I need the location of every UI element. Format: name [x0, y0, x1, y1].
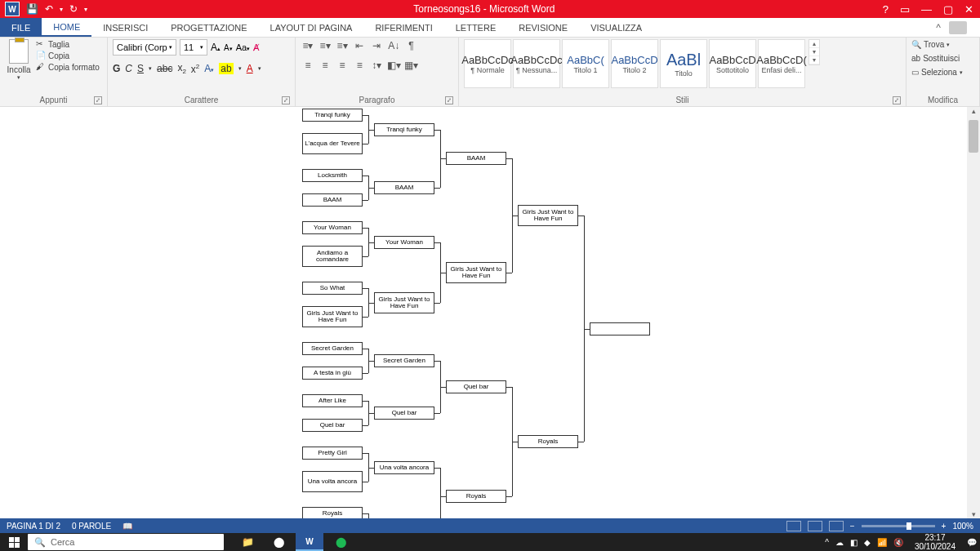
word-taskbar-icon[interactable]: W — [296, 533, 323, 551]
tray-chevron-icon[interactable]: ^ — [825, 538, 829, 547]
tab-file[interactable]: FILE — [0, 18, 42, 37]
page-indicator[interactable]: PAGINA 1 DI 2 — [7, 522, 60, 531]
style-item[interactable]: AaBbCcDc¶ Nessuna... — [513, 39, 560, 88]
undo-more-icon[interactable]: ▾ — [60, 6, 63, 13]
save-icon[interactable]: 💾 — [26, 3, 38, 15]
numbering-icon[interactable]: ≡▾ — [318, 39, 332, 52]
style-item[interactable]: AaBbCcDSottotitolo — [709, 39, 756, 88]
tab-view[interactable]: VISUALIZZA — [579, 18, 653, 37]
start-button[interactable] — [0, 537, 28, 548]
qat-customize-icon[interactable]: ▾ — [84, 6, 87, 13]
select-button[interactable]: ▭Seleziona ▾ — [911, 67, 963, 78]
format-painter-button[interactable]: 🖌Copia formato — [36, 62, 100, 72]
tab-references[interactable]: RIFERIMENTI — [363, 18, 443, 37]
find-button[interactable]: 🔍Trova ▾ — [911, 39, 950, 50]
clear-format-icon[interactable]: A̸ — [253, 42, 260, 53]
help-icon[interactable]: ? — [883, 3, 889, 16]
font-size-select[interactable]: 11▾ — [180, 39, 207, 56]
change-case-icon[interactable]: Aa▾ — [236, 42, 250, 52]
zoom-level[interactable]: 100% — [952, 522, 973, 531]
proofing-icon[interactable]: 📖 — [122, 522, 132, 531]
read-mode-icon[interactable] — [786, 521, 801, 531]
taskbar-search[interactable]: 🔍Cerca — [28, 534, 224, 550]
scroll-thumb[interactable] — [969, 120, 978, 153]
font-color-dropdown-icon[interactable]: ▾ — [258, 65, 261, 72]
vertical-scrollbar[interactable]: ▴ ▾ — [967, 107, 980, 522]
underline-button[interactable]: S — [137, 63, 144, 74]
zoom-in-icon[interactable]: + — [942, 522, 947, 531]
tab-home[interactable]: HOME — [42, 18, 91, 37]
undo-icon[interactable]: ↶ — [45, 3, 53, 15]
chrome-icon[interactable]: ⬤ — [265, 533, 292, 551]
zoom-out-icon[interactable]: − — [850, 522, 855, 531]
font-color-icon[interactable]: A — [247, 63, 253, 74]
superscript-button[interactable]: x2 — [191, 63, 199, 75]
wifi-icon[interactable]: 📶 — [877, 538, 887, 547]
tab-insert[interactable]: INSERISCI — [91, 18, 159, 37]
highlight-dropdown-icon[interactable]: ▾ — [238, 65, 242, 72]
tab-review[interactable]: REVISIONE — [507, 18, 579, 37]
tray-app-icon[interactable]: ◧ — [850, 538, 858, 547]
strike-button[interactable]: abc — [157, 63, 172, 74]
page[interactable]: Tranqi funkyL'acqua der TevereLocksmithB… — [106, 107, 874, 522]
scroll-up-icon[interactable]: ▴ — [967, 107, 980, 118]
bullets-icon[interactable]: ≡▾ — [301, 39, 315, 52]
style-item[interactable]: AaBbCcDc¶ Normale — [464, 39, 511, 88]
close-icon[interactable]: ✕ — [964, 3, 973, 16]
italic-button[interactable]: C — [125, 63, 132, 74]
ribbon-options-icon[interactable]: ▭ — [900, 3, 910, 16]
style-item[interactable]: AaBbCcDTitolo 2 — [611, 39, 658, 88]
justify-icon[interactable]: ≡ — [352, 59, 367, 72]
style-item[interactable]: AaBlTitolo — [660, 39, 707, 88]
sort-icon[interactable]: A↓ — [386, 39, 401, 52]
paragraph-dialog-icon[interactable]: ⤢ — [445, 96, 453, 104]
copy-button[interactable]: 📄Copia — [36, 51, 100, 60]
notifications-icon[interactable]: 💬 — [967, 538, 977, 547]
styles-dialog-icon[interactable]: ⤢ — [893, 96, 901, 104]
clipboard-dialog-icon[interactable]: ⤢ — [94, 96, 102, 104]
clock[interactable]: 23:17 30/10/2024 — [910, 533, 960, 551]
account-icon[interactable] — [949, 21, 967, 34]
multilevel-icon[interactable]: ≡▾ — [335, 39, 350, 52]
tray-app2-icon[interactable]: ◆ — [864, 538, 871, 547]
show-marks-icon[interactable]: ¶ — [403, 39, 418, 52]
font-dialog-icon[interactable]: ⤢ — [282, 96, 290, 104]
volume-icon[interactable]: 🔇 — [893, 538, 903, 547]
subscript-button[interactable]: x2 — [177, 62, 185, 75]
align-left-icon[interactable]: ≡ — [301, 59, 315, 72]
align-right-icon[interactable]: ≡ — [335, 59, 350, 72]
zoom-slider[interactable] — [862, 525, 935, 527]
maximize-icon[interactable]: ▢ — [943, 3, 953, 16]
tab-mailings[interactable]: LETTERE — [444, 18, 508, 37]
styles-scroll[interactable]: ▴▾▾ — [808, 39, 820, 65]
highlight-icon[interactable]: ab — [219, 63, 233, 74]
text-effects-icon[interactable]: A▾ — [204, 63, 214, 74]
paste-button[interactable]: Incolla ▾ — [5, 39, 33, 81]
cut-button[interactable]: ✂Taglia — [36, 39, 100, 49]
onedrive-icon[interactable]: ☁ — [835, 538, 844, 547]
word-count[interactable]: 0 PAROLE — [72, 522, 111, 531]
redo-icon[interactable]: ↻ — [69, 3, 78, 15]
shrink-font-icon[interactable]: A▾ — [224, 43, 233, 52]
shading-icon[interactable]: ◧▾ — [386, 59, 401, 72]
spotify-icon[interactable]: ⬤ — [327, 533, 354, 551]
styles-up-icon[interactable]: ▴ — [809, 40, 819, 48]
collapse-ribbon-icon[interactable]: ^ — [936, 22, 941, 33]
font-name-select[interactable]: Calibri (Corp▾ — [113, 39, 176, 56]
decrease-indent-icon[interactable]: ⇤ — [352, 39, 367, 52]
styles-gallery[interactable]: AaBbCcDc¶ NormaleAaBbCcDc¶ Nessuna...AaB… — [464, 39, 805, 88]
grow-font-icon[interactable]: A▴ — [211, 42, 220, 53]
file-explorer-icon[interactable]: 📁 — [234, 533, 261, 551]
line-spacing-icon[interactable]: ↕▾ — [369, 59, 384, 72]
print-layout-icon[interactable] — [808, 521, 822, 531]
web-layout-icon[interactable] — [829, 521, 844, 531]
tab-layout[interactable]: LAYOUT DI PAGINA — [259, 18, 364, 37]
align-center-icon[interactable]: ≡ — [318, 59, 332, 72]
styles-down-icon[interactable]: ▾ — [809, 48, 819, 56]
replace-button[interactable]: abSostituisci — [911, 53, 960, 64]
minimize-icon[interactable]: — — [921, 3, 932, 16]
bold-button[interactable]: G — [113, 63, 120, 74]
style-item[interactable]: AaBbCcD(Enfasi deli... — [758, 39, 805, 88]
styles-more-icon[interactable]: ▾ — [809, 56, 819, 64]
underline-dropdown-icon[interactable]: ▾ — [149, 65, 152, 72]
